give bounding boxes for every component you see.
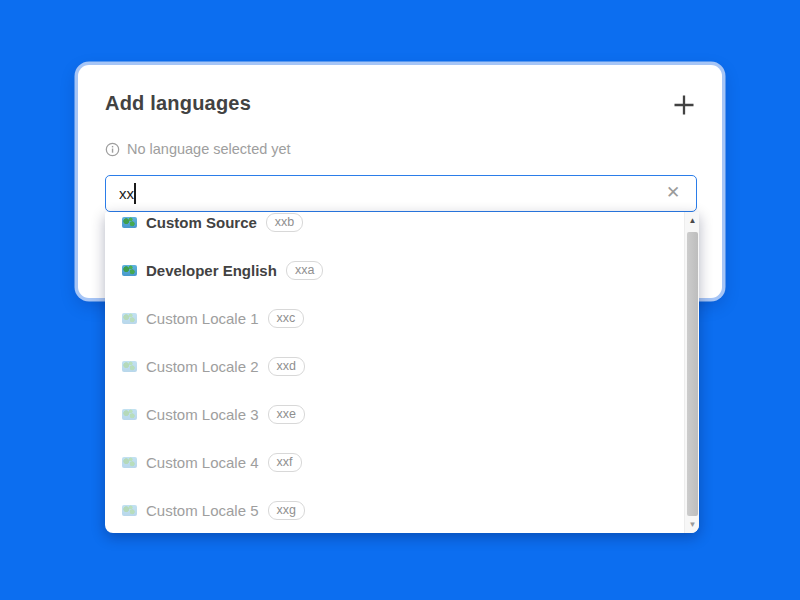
- language-code-badge: xxf: [268, 453, 302, 472]
- language-code-badge: xxg: [268, 501, 305, 520]
- language-flag-icon: [122, 457, 137, 468]
- language-code-badge: xxa: [286, 261, 323, 280]
- language-dropdown: Custom SourcexxbDeveloper EnglishxxaCust…: [105, 212, 699, 533]
- scrollbar-thumb[interactable]: [687, 232, 698, 516]
- language-option[interactable]: Custom Locale 4xxf: [105, 438, 699, 486]
- search-input[interactable]: [105, 175, 697, 212]
- language-flag-icon: [122, 217, 137, 228]
- language-list: Custom SourcexxbDeveloper EnglishxxaCust…: [105, 212, 699, 533]
- language-flag-icon: [122, 505, 137, 516]
- language-label: Developer English: [146, 262, 277, 279]
- clear-search-button[interactable]: ✕: [661, 181, 685, 205]
- language-label: Custom Locale 4: [146, 454, 259, 471]
- language-flag-icon: [122, 313, 137, 324]
- language-code-badge: xxb: [266, 213, 303, 232]
- language-code-badge: xxd: [268, 357, 305, 376]
- language-label: Custom Locale 3: [146, 406, 259, 423]
- add-language-button[interactable]: [668, 89, 700, 121]
- plus-icon: [671, 92, 697, 118]
- info-icon: [105, 142, 120, 157]
- status-text: No language selected yet: [127, 141, 291, 157]
- status-row: No language selected yet: [105, 140, 291, 158]
- language-option[interactable]: Developer Englishxxa: [105, 246, 699, 294]
- scrollbar[interactable]: ▲ ▼: [684, 212, 699, 533]
- language-label: Custom Source: [146, 214, 257, 231]
- language-option[interactable]: Custom Locale 5xxg: [105, 486, 699, 533]
- page-title: Add languages: [105, 92, 251, 115]
- language-option[interactable]: Custom Locale 3xxe: [105, 390, 699, 438]
- language-option[interactable]: Custom Locale 1xxc: [105, 294, 699, 342]
- language-flag-icon: [122, 409, 137, 420]
- search-box: ✕: [105, 175, 697, 212]
- language-label: Custom Locale 5: [146, 502, 259, 519]
- language-flag-icon: [122, 265, 137, 276]
- language-label: Custom Locale 1: [146, 310, 259, 327]
- language-option[interactable]: Custom Sourcexxb: [105, 212, 699, 246]
- scroll-down-icon[interactable]: ▼: [685, 516, 699, 533]
- scroll-up-icon[interactable]: ▲: [685, 212, 699, 229]
- language-option[interactable]: Custom Locale 2xxd: [105, 342, 699, 390]
- text-caret: [134, 183, 136, 204]
- language-code-badge: xxe: [268, 405, 305, 424]
- language-flag-icon: [122, 361, 137, 372]
- language-label: Custom Locale 2: [146, 358, 259, 375]
- language-code-badge: xxc: [268, 309, 305, 328]
